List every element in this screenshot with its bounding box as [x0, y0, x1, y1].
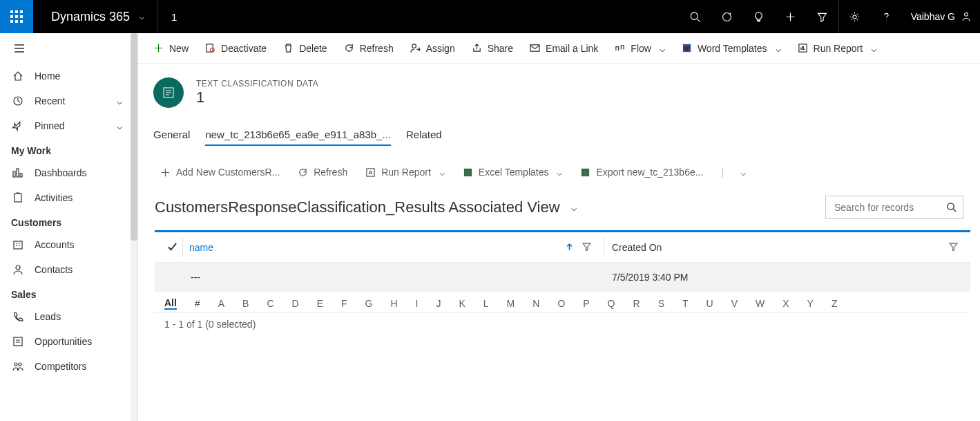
filter-icon[interactable] [807, 0, 838, 33]
nav-competitors[interactable]: Competitors [0, 354, 137, 379]
alpha-v[interactable]: V [731, 298, 738, 309]
more-commands[interactable]: | ⌵ [714, 162, 752, 182]
alpha-k[interactable]: K [459, 298, 465, 309]
dashboard-icon [12, 167, 23, 178]
section-mywork: My Work [0, 138, 137, 160]
svg-point-36 [948, 203, 954, 209]
alpha-f[interactable]: F [341, 298, 347, 309]
alpha-u[interactable]: U [707, 298, 713, 309]
svg-rect-8 [20, 20, 23, 23]
alpha-g[interactable]: G [365, 298, 373, 309]
hamburger-icon[interactable] [0, 33, 137, 64]
nav-recent[interactable]: Recent⌵ [0, 88, 137, 113]
gear-icon[interactable] [839, 0, 871, 33]
pin-icon [12, 120, 23, 131]
nav-pinned-label: Pinned [35, 120, 65, 131]
search-records[interactable] [825, 196, 963, 219]
alpha-p[interactable]: P [583, 298, 589, 309]
search-icon[interactable] [680, 0, 711, 33]
clipboard-icon [12, 192, 23, 203]
tab-general[interactable]: General [153, 129, 190, 146]
chevron-down-icon: ⌵ [571, 202, 577, 213]
task-icon[interactable] [711, 0, 743, 33]
svg-text:X: X [465, 169, 470, 176]
label: Share [488, 43, 513, 54]
select-all[interactable] [155, 242, 189, 252]
word-templates-button[interactable]: WWord Templates⌵ [675, 39, 788, 58]
filter-icon[interactable] [949, 242, 958, 251]
alpha-l[interactable]: L [483, 298, 489, 309]
share-button[interactable]: Share [465, 39, 520, 58]
svg-text:X: X [584, 169, 588, 176]
svg-rect-3 [10, 15, 13, 18]
search-input[interactable] [825, 196, 963, 219]
svg-rect-20 [14, 337, 22, 346]
alpha-n[interactable]: N [532, 298, 539, 309]
breadcrumb-label: 1 [171, 11, 177, 23]
deactivate-button[interactable]: Deactivate [198, 39, 273, 58]
label: Export new_tc_213b6e... [596, 167, 703, 178]
refresh-button[interactable]: Refresh [337, 39, 401, 58]
alpha-d[interactable]: D [292, 298, 299, 309]
nav-leads[interactable]: Leads [0, 304, 137, 329]
svg-point-12 [965, 12, 968, 16]
app-launcher[interactable] [0, 0, 33, 33]
label: Leads [35, 311, 61, 322]
alpha-o[interactable]: O [557, 298, 565, 309]
alpha-q[interactable]: Q [608, 298, 615, 309]
alpha-z[interactable]: Z [832, 298, 838, 309]
run-report-button[interactable]: Run Report⌵ [791, 39, 884, 58]
alpha-y[interactable]: Y [807, 298, 814, 309]
alpha-j[interactable]: J [436, 298, 441, 309]
svg-rect-0 [10, 10, 13, 13]
nav-accounts[interactable]: Accounts [0, 232, 137, 257]
chevron-down-icon: ⌵ [740, 167, 746, 178]
excel-templates-button[interactable]: XExcel Templates⌵ [456, 162, 570, 182]
new-button[interactable]: New [146, 39, 195, 58]
nav-activities[interactable]: Activities [0, 185, 137, 210]
column-created-on[interactable]: Created On [604, 242, 970, 253]
tab-related[interactable]: Related [406, 129, 442, 146]
email-link-button[interactable]: Email a Link [523, 39, 605, 58]
alpha-x[interactable]: X [782, 298, 789, 309]
alpha-t[interactable]: T [682, 298, 689, 309]
add-icon[interactable] [775, 0, 807, 33]
tab-custom[interactable]: new_tc_213b6e65_ea9e_e911_a83b_... [205, 129, 391, 146]
help-icon[interactable] [871, 0, 903, 33]
breadcrumb[interactable]: 1 [157, 0, 191, 33]
alpha-m[interactable]: M [507, 298, 515, 309]
delete-button[interactable]: Delete [276, 39, 334, 58]
nav-opportunities[interactable]: Opportunities [0, 329, 137, 354]
filter-icon[interactable] [582, 242, 591, 251]
column-name[interactable]: name [189, 242, 604, 253]
alpha-h[interactable]: H [390, 298, 397, 309]
alpha-r[interactable]: R [633, 298, 640, 309]
user-menu[interactable]: Vaibhav G [903, 11, 980, 22]
alpha-s[interactable]: S [658, 298, 664, 309]
alpha-i[interactable]: I [416, 298, 419, 309]
alpha-e[interactable]: E [317, 298, 323, 309]
export-button[interactable]: XExport new_tc_213b6e... [573, 162, 710, 182]
nav-dashboards[interactable]: Dashboards [0, 160, 137, 185]
svg-rect-15 [17, 169, 19, 177]
assign-button[interactable]: Assign [403, 39, 462, 58]
svg-point-11 [853, 15, 856, 18]
nav-pinned[interactable]: Pinned⌵ [0, 113, 137, 138]
flow-button[interactable]: Flow⌵ [608, 39, 672, 58]
view-title[interactable]: CustomersResponseClassification_Results … [155, 198, 577, 216]
alpha-all[interactable]: All [164, 297, 177, 310]
alpha-c[interactable]: C [267, 298, 273, 309]
nav-home[interactable]: Home [0, 64, 137, 88]
nav-contacts[interactable]: Contacts [0, 257, 137, 282]
add-new-button[interactable]: Add New CustomersR... [153, 162, 287, 182]
alpha-b[interactable]: B [242, 298, 249, 309]
sub-refresh-button[interactable]: Refresh [291, 162, 354, 182]
alpha-#[interactable]: # [195, 298, 200, 309]
scrollbar[interactable] [131, 33, 137, 421]
table-row[interactable]: --- 7/5/2019 3:40 PM [155, 263, 970, 292]
lightbulb-icon[interactable] [743, 0, 775, 33]
brand[interactable]: Dynamics 365 ⌵ [33, 10, 157, 24]
sub-run-report-button[interactable]: Run Report⌵ [358, 162, 452, 182]
alpha-a[interactable]: A [218, 298, 224, 309]
alpha-w[interactable]: W [756, 298, 765, 309]
